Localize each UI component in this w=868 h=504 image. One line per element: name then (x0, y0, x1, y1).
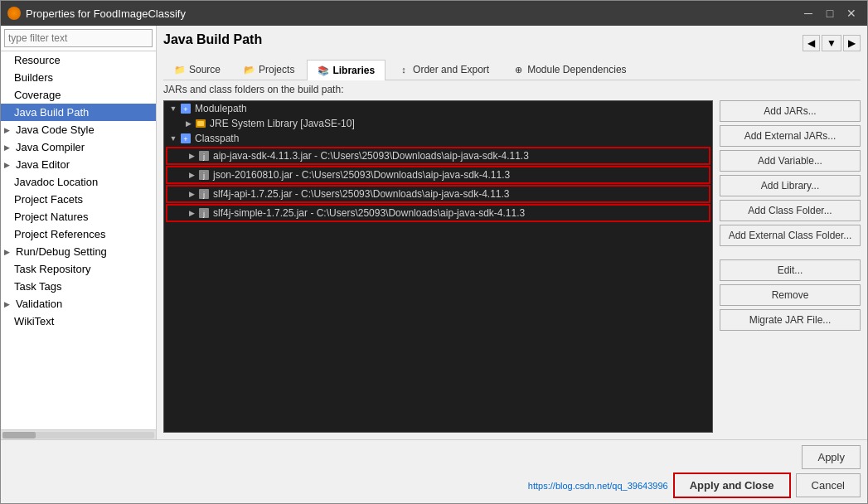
sidebar-item-project-natures[interactable]: Project Natures (1, 208, 156, 225)
expand-arrow-icon: ▶ (4, 143, 14, 152)
sidebar-item-java-editor[interactable]: ▶Java Editor (1, 156, 156, 173)
sidebar-item-label: Coverage (14, 89, 61, 101)
tab-module-dependencies[interactable]: ⊕Module Dependencies (502, 59, 637, 80)
source-tab-icon: 📁 (174, 64, 186, 75)
sidebar-item-java-compiler[interactable]: ▶Java Compiler (1, 138, 156, 156)
sidebar-item-resource[interactable]: Resource (1, 51, 156, 69)
tree-node-label: aip-java-sdk-4.11.3.jar - C:\Users\25093… (213, 150, 529, 162)
tree-arrow-icon: ▶ (182, 119, 194, 128)
nav-forward-button[interactable]: ▶ (843, 35, 861, 51)
expand-arrow-icon: ▶ (4, 300, 14, 308)
sidebar-item-wikitext[interactable]: WikiText (1, 313, 156, 330)
sidebar-item-label: Task Tags (14, 280, 62, 293)
sidebar-item-label: Java Code Style (16, 124, 95, 136)
order-export-tab-icon: ↕ (398, 64, 410, 75)
dialog-title: Properties for FoodImageClassify (26, 7, 799, 20)
sidebar-item-task-tags[interactable]: Task Tags (1, 278, 156, 295)
sidebar-item-label: Task Repository (14, 263, 90, 275)
nav-arrows: ◀ ▼ ▶ (803, 35, 861, 51)
tree-node-label: Modulepath (195, 103, 247, 114)
sidebar-item-coverage[interactable]: Coverage (1, 86, 156, 104)
main-content: Java Build Path ◀ ▼ ▶ 📁Source📂Projects📚L… (157, 26, 867, 439)
svg-text:+: + (183, 135, 187, 143)
tree-arrow-icon: ▶ (186, 152, 197, 160)
cancel-button[interactable]: Cancel (796, 473, 861, 497)
dialog-footer: Apply https://blog.csdn.net/qq_39643996 … (1, 439, 867, 503)
sidebar-item-task-repository[interactable]: Task Repository (1, 260, 156, 278)
tree-node-jar2[interactable]: ▶jjson-20160810.jar - C:\Users\25093\Dow… (166, 166, 710, 184)
sidebar-filter-area (1, 26, 156, 51)
nav-back-button[interactable]: ◀ (803, 35, 820, 51)
tree-node-jar3[interactable]: ▶jslf4j-api-1.7.25.jar - C:\Users\25093\… (166, 185, 710, 203)
expand-arrow-icon: ▶ (4, 248, 14, 256)
sidebar-scroll-track (2, 432, 154, 439)
footer-link[interactable]: https://blog.csdn.net/qq_39643996 (7, 481, 668, 491)
tab-projects[interactable]: 📂Projects (233, 59, 305, 80)
add-external-class-folder-button[interactable]: Add External Class Folder... (720, 225, 861, 246)
content-area: ▼+Modulepath▶JRE System Library [JavaSE-… (163, 100, 861, 433)
minimize-button[interactable]: ─ (799, 4, 817, 22)
footer-bottom-row: https://blog.csdn.net/qq_39643996 Apply … (7, 472, 861, 498)
migrate-jar-button[interactable]: Migrate JAR File... (720, 309, 861, 331)
apply-close-button[interactable]: Apply and Close (673, 472, 791, 498)
close-button[interactable]: ✕ (842, 4, 861, 22)
tree-node-label: JRE System Library [JavaSE-10] (210, 118, 355, 129)
tree-node-icon: j (197, 150, 211, 162)
tree-node-modulepath[interactable]: ▼+Modulepath (164, 101, 712, 116)
tab-source[interactable]: 📁Source (163, 59, 231, 80)
svg-text:j: j (202, 191, 205, 199)
add-class-folder-button[interactable]: Add Class Folder... (720, 200, 861, 221)
libraries-tab-icon: 📚 (318, 65, 329, 76)
add-jars-button[interactable]: Add JARs... (720, 100, 861, 122)
svg-text:j: j (202, 172, 205, 180)
tab-label: Order and Export (413, 64, 489, 75)
tree-node-icon: j (197, 169, 211, 181)
svg-rect-3 (197, 121, 204, 126)
sidebar-item-java-build-path[interactable]: Java Build Path (1, 104, 156, 121)
tree-node-label: json-20160810.jar - C:\Users\25093\Downl… (213, 169, 510, 181)
sidebar-scrollbar[interactable] (1, 429, 156, 439)
apply-button[interactable]: Apply (802, 445, 861, 469)
tree-arrow-icon: ▼ (167, 104, 179, 113)
tabs-bar: 📁Source📂Projects📚Libraries↕Order and Exp… (163, 59, 861, 80)
module-dependencies-tab-icon: ⊕ (512, 64, 524, 75)
tree-node-classpath[interactable]: ▼+Classpath (164, 131, 712, 146)
tree-node-jar4[interactable]: ▶jslf4j-simple-1.7.25.jar - C:\Users\250… (166, 204, 710, 222)
expand-arrow-icon: ▶ (4, 126, 14, 134)
sidebar-item-project-references[interactable]: Project References (1, 225, 156, 243)
tree-arrow-icon: ▶ (186, 190, 197, 198)
sidebar-item-project-facets[interactable]: Project Facets (1, 191, 156, 208)
tree-arrow-icon: ▶ (186, 171, 197, 179)
tree-panel[interactable]: ▼+Modulepath▶JRE System Library [JavaSE-… (163, 100, 713, 433)
tab-order-export[interactable]: ↕Order and Export (387, 59, 500, 80)
tab-label: Libraries (332, 65, 375, 76)
edit-button[interactable]: Edit... (720, 259, 861, 281)
title-bar: Properties for FoodImageClassify ─ □ ✕ (1, 1, 867, 26)
footer-apply-row: Apply (7, 445, 861, 469)
tree-node-label: slf4j-api-1.7.25.jar - C:\Users\25093\Do… (213, 188, 510, 200)
tree-node-icon (194, 118, 207, 129)
build-path-description: JARs and class folders on the build path… (163, 84, 861, 95)
header-row: Java Build Path ◀ ▼ ▶ (163, 32, 861, 54)
svg-text:j: j (202, 153, 205, 161)
sidebar-item-run-debug-setting[interactable]: ▶Run/Debug Setting (1, 243, 156, 260)
sidebar-item-javadoc-location[interactable]: Javadoc Location (1, 173, 156, 191)
sidebar-item-java-code-style[interactable]: ▶Java Code Style (1, 121, 156, 138)
tree-node-jre-system[interactable]: ▶JRE System Library [JavaSE-10] (164, 116, 712, 131)
add-external-jars-button[interactable]: Add External JARs... (720, 125, 861, 147)
sidebar-item-validation[interactable]: ▶Validation (1, 295, 156, 313)
tree-node-icon: + (179, 133, 192, 144)
maximize-button[interactable]: □ (821, 4, 839, 22)
nav-dropdown-button[interactable]: ▼ (822, 35, 841, 51)
sidebar-filter-input[interactable] (4, 29, 153, 47)
tab-label: Source (189, 64, 221, 75)
add-variable-button[interactable]: Add Variable... (720, 150, 861, 172)
add-library-button[interactable]: Add Library... (720, 175, 861, 196)
tab-libraries[interactable]: 📚Libraries (307, 60, 386, 80)
remove-button[interactable]: Remove (720, 284, 861, 306)
button-spacer (720, 250, 861, 256)
tab-label: Projects (259, 64, 294, 75)
tree-node-jar1[interactable]: ▶jaip-java-sdk-4.11.3.jar - C:\Users\250… (166, 147, 710, 165)
expand-arrow-icon: ▶ (4, 161, 14, 169)
sidebar-item-builders[interactable]: Builders (1, 69, 156, 86)
